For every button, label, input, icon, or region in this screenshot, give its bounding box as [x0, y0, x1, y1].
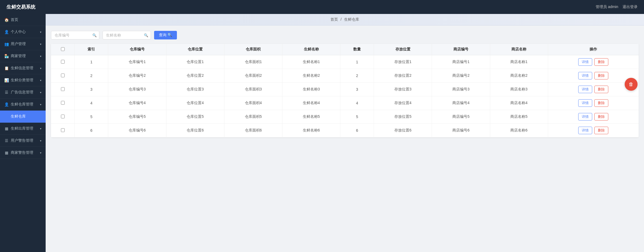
row-warehouse-area-4: 仓库面积5 — [224, 110, 282, 124]
sidebar-item-home[interactable]: 🏠 首页 — [0, 14, 46, 26]
sidebar-label-user-alert-mgmt: 用户警告管理 — [11, 138, 33, 143]
row-select-2[interactable] — [61, 87, 65, 91]
row-select-3[interactable] — [61, 101, 65, 105]
row-warehouse-area-2: 仓库面积3 — [224, 83, 282, 96]
sidebar-item-merchant-mgmt[interactable]: 🏪 商家管理 ▾ — [0, 50, 46, 62]
row-warehouse-location-3: 仓库位置4 — [166, 96, 224, 110]
row-quantity-4: 5 — [340, 110, 374, 124]
row-warehouse-code-4: 仓库编号5 — [108, 110, 166, 124]
table-header-row: 索引 仓库编号 仓库位置 仓库面积 生鲜名称 数量 存放位置 商店编号 商店名称… — [51, 44, 639, 55]
table-row: 4 仓库编号4 仓库位置4 仓库面积4 生鲜名称4 4 存放位置4 商店编号4 … — [51, 96, 639, 110]
row-actions-5: 详情 删除 — [548, 124, 639, 137]
table-row: 1 仓库编号1 仓库位置1 仓库面积1 生鲜名称1 1 存放位置1 商店编号1 … — [51, 55, 639, 69]
detail-button-5[interactable]: 详情 — [578, 127, 592, 134]
sidebar-label-merchant-mgmt: 商家管理 — [11, 54, 26, 59]
row-warehouse-area-1: 仓库面积2 — [224, 69, 282, 83]
row-select-1[interactable] — [61, 74, 65, 77]
sidebar-item-user-alert-mgmt[interactable]: ☰ 用户警告管理 ▾ — [0, 135, 46, 147]
table-row: 2 仓库编号2 仓库位置2 仓库面积2 生鲜名称2 2 存放位置2 商店编号2 … — [51, 69, 639, 83]
row-checkbox-5 — [51, 124, 75, 137]
row-actions-4: 详情 删除 — [548, 110, 639, 124]
row-checkbox-0 — [51, 55, 75, 69]
sidebar-arrow-fresh-warehouse-mgmt: ▾ — [40, 103, 41, 106]
sidebar-label-home: 首页 — [11, 17, 18, 22]
content-area: 🔍 🔍 查询 🔍 🗑 索引 — [46, 25, 644, 252]
warehouse-code-input[interactable] — [51, 31, 99, 39]
sidebar-label-merchant-alert-mgmt: 商家警告管理 — [11, 150, 33, 155]
sidebar-arrow-profile: ▾ — [40, 31, 41, 34]
detail-button-3[interactable]: 详情 — [578, 99, 592, 107]
app-title: 生鲜交易系统 — [6, 4, 35, 10]
row-warehouse-location-5: 仓库位置6 — [166, 124, 224, 137]
table-row: 5 仓库编号5 仓库位置5 仓库面积5 生鲜名称5 5 存放位置5 商店编号5 … — [51, 110, 639, 124]
sidebar-item-fresh-warehouse[interactable]: 生鲜仓库 — [0, 111, 46, 123]
select-all-checkbox[interactable] — [61, 47, 65, 51]
row-warehouse-area-5: 仓库面积6 — [224, 124, 282, 137]
sidebar-item-fresh-category-mgmt[interactable]: 📊 生鲜分类管理 ▾ — [0, 74, 46, 86]
row-warehouse-location-4: 仓库位置5 — [166, 110, 224, 124]
row-actions-0: 详情 删除 — [548, 55, 639, 69]
sidebar-item-ad-info-mgmt[interactable]: ☰ 广告信息管理 ▾ — [0, 86, 46, 98]
sidebar-arrow-merchant-alert-mgmt: ▾ — [40, 151, 41, 154]
row-shop-code-5: 商店编号6 — [432, 124, 490, 137]
sidebar-item-fresh-outbound-mgmt[interactable]: ▦ 生鲜出库管理 ▾ — [0, 123, 46, 135]
fresh-name-input[interactable] — [103, 31, 151, 39]
breadcrumb-home[interactable]: 首页 — [330, 17, 338, 21]
row-shop-name-1: 商店名称2 — [490, 69, 548, 83]
row-fresh-name-3: 生鲜名称4 — [282, 96, 340, 110]
delete-button-5[interactable]: 删除 — [594, 127, 608, 134]
sidebar-icon-profile: 👤 — [4, 30, 9, 34]
search-bar: 🔍 🔍 查询 🔍 — [51, 31, 639, 39]
delete-button-4[interactable]: 删除 — [594, 113, 608, 120]
row-warehouse-location-2: 仓库位置3 — [166, 83, 224, 96]
sidebar-icon-home: 🏠 — [4, 18, 9, 22]
row-select-5[interactable] — [61, 128, 65, 132]
logout-button[interactable]: 退出登录 — [623, 5, 638, 9]
delete-button-0[interactable]: 删除 — [594, 58, 608, 66]
sidebar-arrow-fresh-outbound-mgmt: ▾ — [40, 127, 41, 130]
row-quantity-5: 6 — [340, 124, 374, 137]
sidebar-item-fresh-warehouse-mgmt[interactable]: 👤 生鲜仓库管理 ▾ — [0, 98, 46, 111]
detail-button-0[interactable]: 详情 — [578, 58, 592, 66]
delete-button-1[interactable]: 删除 — [594, 72, 608, 79]
sidebar-item-profile[interactable]: 👤 个人中心 ▾ — [0, 26, 46, 38]
row-shop-name-2: 商店名称3 — [490, 83, 548, 96]
detail-button-4[interactable]: 详情 — [578, 113, 592, 120]
sidebar-item-user-mgmt[interactable]: 👥 用户管理 ▾ — [0, 38, 46, 50]
sidebar-arrow-ad-info-mgmt: ▾ — [40, 91, 41, 94]
sidebar: 🏠 首页 👤 个人中心 ▾ 👥 用户管理 ▾ 🏪 商家管理 ▾ 📋 生鲜信息管理… — [0, 14, 46, 252]
row-warehouse-location-1: 仓库位置2 — [166, 69, 224, 83]
row-checkbox-2 — [51, 83, 75, 96]
row-shop-code-2: 商店编号3 — [432, 83, 490, 96]
delete-button-3[interactable]: 删除 — [594, 99, 608, 107]
col-shop-name: 商店名称 — [490, 44, 548, 55]
table-row: 6 仓库编号6 仓库位置6 仓库面积6 生鲜名称6 6 存放位置6 商店编号6 … — [51, 124, 639, 137]
row-quantity-1: 2 — [340, 69, 374, 83]
detail-button-1[interactable]: 详情 — [578, 72, 592, 79]
query-button[interactable]: 查询 🔍 — [154, 31, 177, 39]
row-warehouse-code-0: 仓库编号1 — [108, 55, 166, 69]
row-index-4: 5 — [75, 110, 108, 124]
row-warehouse-code-1: 仓库编号2 — [108, 69, 166, 83]
row-quantity-0: 1 — [340, 55, 374, 69]
row-shop-name-3: 商店名称4 — [490, 96, 548, 110]
sidebar-label-ad-info-mgmt: 广告信息管理 — [11, 90, 33, 95]
row-shop-code-1: 商店编号2 — [432, 69, 490, 83]
sidebar-item-merchant-alert-mgmt[interactable]: ▦ 商家警告管理 ▾ — [0, 147, 46, 159]
row-select-0[interactable] — [61, 60, 65, 64]
data-table-wrap: 索引 仓库编号 仓库位置 仓库面积 生鲜名称 数量 存放位置 商店编号 商店名称… — [51, 44, 639, 137]
breadcrumb-separator: / — [341, 17, 342, 21]
row-shop-code-4: 商店编号5 — [432, 110, 490, 124]
batch-delete-button[interactable]: 🗑 — [625, 78, 638, 91]
col-checkbox — [51, 44, 75, 55]
row-select-4[interactable] — [61, 115, 65, 118]
delete-button-2[interactable]: 删除 — [594, 86, 608, 93]
row-checkbox-3 — [51, 96, 75, 110]
sidebar-item-fresh-info-mgmt[interactable]: 📋 生鲜信息管理 ▾ — [0, 62, 46, 74]
table-row: 3 仓库编号3 仓库位置3 仓库面积3 生鲜名称3 3 存放位置3 商店编号3 … — [51, 83, 639, 96]
row-storage-location-2: 存放位置3 — [374, 83, 432, 96]
sidebar-icon-merchant-mgmt: 🏪 — [4, 54, 9, 58]
detail-button-2[interactable]: 详情 — [578, 86, 592, 93]
row-index-1: 2 — [75, 69, 108, 83]
row-warehouse-area-3: 仓库面积4 — [224, 96, 282, 110]
